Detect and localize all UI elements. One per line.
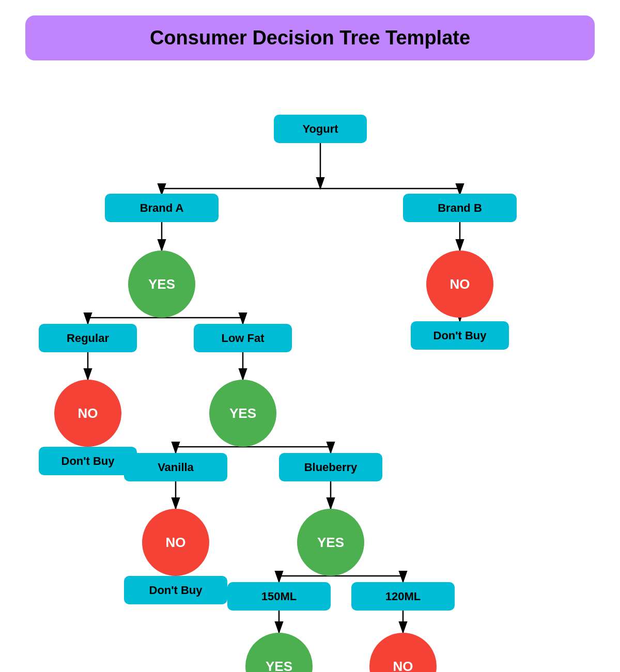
header-banner: Consumer Decision Tree Template — [25, 15, 595, 60]
decision-tree-diagram: Yogurt Brand A Brand B YES NO Don't Buy … — [10, 86, 610, 644]
page-title: Consumer Decision Tree Template — [41, 27, 579, 49]
yes1-node: YES — [128, 251, 195, 318]
regular-node: Regular — [39, 324, 137, 352]
no4-node: NO — [369, 633, 437, 672]
no2-node: NO — [54, 380, 121, 447]
no1-node: NO — [426, 251, 493, 318]
yes2-node: YES — [209, 380, 276, 447]
low-fat-node: Low Fat — [194, 324, 292, 352]
dont-buy-3-node: Don't Buy — [124, 576, 227, 604]
yogurt-node: Yogurt — [274, 115, 367, 143]
dont-buy-2-node: Don't Buy — [39, 447, 137, 475]
brand-a-node: Brand A — [105, 194, 219, 222]
ml150-node: 150ML — [227, 582, 331, 611]
blueberry-node: Blueberry — [279, 453, 382, 481]
yes3-node: YES — [297, 509, 364, 576]
brand-b-node: Brand B — [403, 194, 517, 222]
no3-node: NO — [142, 509, 209, 576]
yes4-node: YES — [245, 633, 313, 672]
vanilla-node: Vanilla — [124, 453, 227, 481]
ml120-node: 120ML — [351, 582, 455, 611]
dont-buy-1-node: Don't Buy — [411, 321, 509, 350]
